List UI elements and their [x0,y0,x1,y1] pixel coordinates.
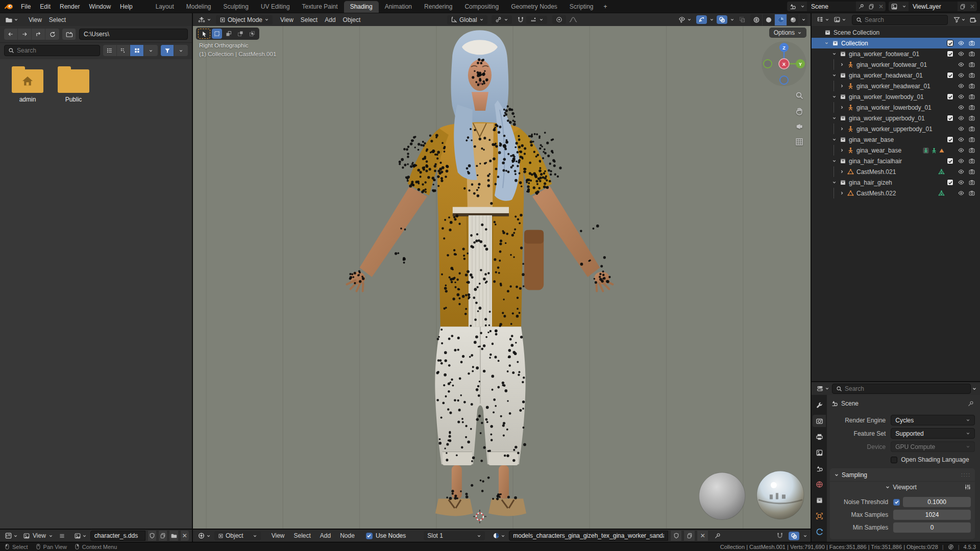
tab-shading[interactable]: Shading [344,1,379,13]
noise-threshold-checkbox[interactable] [893,499,900,506]
prop-dropdown-render-engine[interactable]: Cycles [891,415,975,425]
open-image-folder-icon[interactable] [169,531,178,541]
scene-selector[interactable]: Scene ✕ [787,2,886,11]
collapse-arrow-icon[interactable] [830,159,838,163]
shader-menu-add[interactable]: Add [315,531,335,540]
camera-toggle-icon[interactable] [966,179,977,186]
horizontal-list-icon[interactable] [117,45,131,56]
rendered-shading-icon[interactable] [787,14,799,26]
expand-arrow-icon[interactable] [838,84,846,88]
outliner-search[interactable] [852,15,948,25]
outliner-row[interactable]: CastMesh.021 [812,166,980,177]
osl-checkbox[interactable] [891,457,897,463]
solid-shading-icon[interactable] [763,14,775,26]
unlink-image-icon[interactable]: ✕ [180,531,189,541]
sampling-panel-header[interactable]: Sampling :::: [830,468,975,481]
properties-tab-collection[interactable] [813,494,826,506]
expand-arrow-icon[interactable] [838,127,846,131]
tab-scripting[interactable]: Scripting [564,1,600,13]
collapse-arrow-icon[interactable] [830,180,838,185]
wireframe-shading-icon[interactable] [750,14,763,26]
gizmo-chevron-icon[interactable] [709,17,714,22]
navigation-gizmo[interactable]: Z Y X [761,40,807,87]
expand-arrow-icon[interactable] [838,105,846,110]
outliner-row[interactable]: gina_hair_facialhair [812,156,980,166]
expand-arrow-icon[interactable] [838,191,846,195]
outliner-display-mode[interactable] [832,16,848,23]
chevron-down-icon[interactable] [900,2,909,11]
outliner-row[interactable]: gina_worker_upperbody_01 [812,113,980,123]
file-search-input[interactable] [17,47,96,54]
viewlayer-name[interactable]: ViewLayer [909,2,958,11]
exclude-checkbox[interactable] [945,158,955,164]
properties-options-chevron-icon[interactable] [972,386,977,391]
properties-tab-object[interactable] [813,510,826,522]
outliner-row[interactable]: gina_wear_base [812,134,980,145]
outliner-row[interactable]: gina_worker_footwear_01 [812,48,980,59]
thumbnail-grid-icon[interactable] [130,45,144,56]
collapse-arrow-icon[interactable] [830,52,838,56]
tab-uv-editing[interactable]: UV Editing [255,1,296,13]
exclude-checkbox[interactable] [945,179,955,186]
back-icon[interactable] [4,29,18,40]
viewport-menu-view[interactable]: View [277,15,297,24]
exclude-checkbox[interactable] [945,93,955,100]
viewport-menu-add[interactable]: Add [321,15,339,24]
image-name-field[interactable] [90,531,145,541]
viewport-menu-object[interactable]: Object [339,15,364,24]
outliner-row[interactable]: gina_worker_headwear_01 [812,81,980,91]
folder-public[interactable]: Public [57,69,90,103]
outliner-row[interactable]: gina_worker_lowerbody_01 [812,102,980,113]
shading-chevron-icon[interactable] [799,14,807,26]
outliner-row[interactable]: gina_wear_base [812,145,980,156]
app-menu-file[interactable]: File [16,2,35,11]
tab-layout[interactable]: Layout [150,1,180,13]
prop-dropdown-feature-set[interactable]: Supported [891,428,975,439]
app-menu-edit[interactable]: Edit [35,2,55,11]
panel-grip-icon[interactable]: :::: [961,472,971,478]
properties-search[interactable] [832,384,971,394]
node-overlays-chevron-icon[interactable] [803,534,807,538]
properties-tab-output[interactable] [813,431,826,443]
menu-burger-icon[interactable] [59,533,65,539]
outliner-row[interactable]: gina_worker_lowerbody_01 [812,91,980,102]
collapse-arrow-icon[interactable] [822,41,830,45]
camera-toggle-icon[interactable] [966,104,977,111]
viewlayer-icon[interactable] [889,2,900,11]
blender-logo-icon[interactable] [3,2,14,11]
eye-toggle-icon[interactable] [955,40,966,46]
unlink-material-icon[interactable]: ✕ [697,531,708,541]
tab-animation[interactable]: Animation [379,1,418,13]
transform-orientation-dropdown[interactable]: Global [447,15,487,24]
outliner-search-input[interactable] [865,16,944,23]
directory-path-field[interactable] [79,29,188,40]
viewport-subpanel-header[interactable]: Viewport [830,481,975,492]
camera-toggle-icon[interactable] [966,168,977,175]
material-name-field[interactable] [509,531,668,541]
pivot-point-dropdown[interactable] [492,15,512,24]
options-button[interactable]: Options [769,28,806,38]
editor-type-viewport[interactable] [196,16,213,24]
eye-toggle-icon[interactable] [955,136,966,143]
camera-toggle-icon[interactable] [966,136,977,143]
properties-tab-world[interactable] [813,478,826,490]
properties-tab-scene[interactable] [813,462,826,474]
show-gizmo-toggle[interactable] [696,15,707,24]
outliner-row[interactable]: Collection [812,38,980,48]
image-editor-view-menu[interactable]: View [21,531,55,541]
outliner-filter[interactable] [952,16,967,23]
pin-icon[interactable] [856,2,866,11]
eye-toggle-icon[interactable] [955,72,966,79]
tab-sculpting[interactable]: Sculpting [217,1,255,13]
file-browser-menu-select[interactable]: Select [45,15,69,24]
forward-icon[interactable] [18,29,32,40]
falloff-curve-icon[interactable] [569,16,577,23]
value-field[interactable]: 0.1000 [903,497,971,507]
use-nodes-toggle[interactable]: Use Nodes [364,532,407,540]
properties-tab-view-layer[interactable] [813,446,826,459]
viewlayer-selector[interactable]: ViewLayer ✕ [889,2,977,11]
file-search[interactable] [4,45,100,56]
viewport-menu-select[interactable]: Select [297,15,321,24]
camera-toggle-icon[interactable] [966,126,977,132]
xray-toggle-icon[interactable] [739,16,746,23]
